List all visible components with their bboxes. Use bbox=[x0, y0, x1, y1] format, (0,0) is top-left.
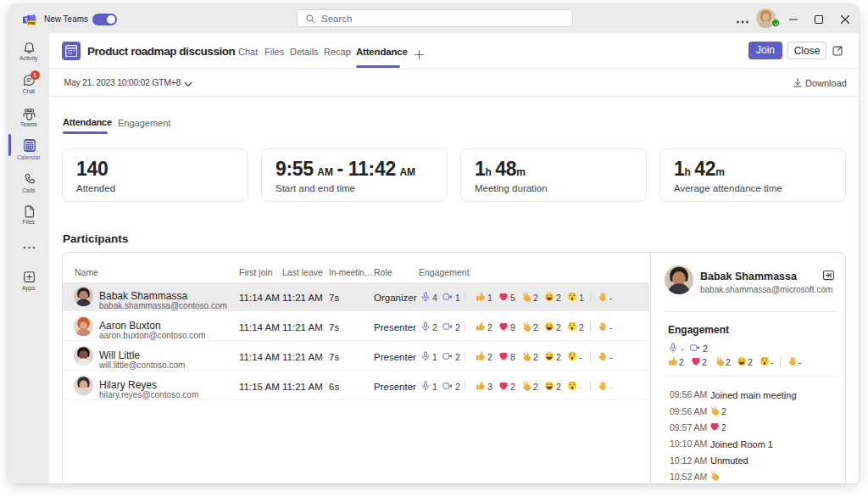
svg-text:PRE: PRE bbox=[28, 21, 36, 25]
